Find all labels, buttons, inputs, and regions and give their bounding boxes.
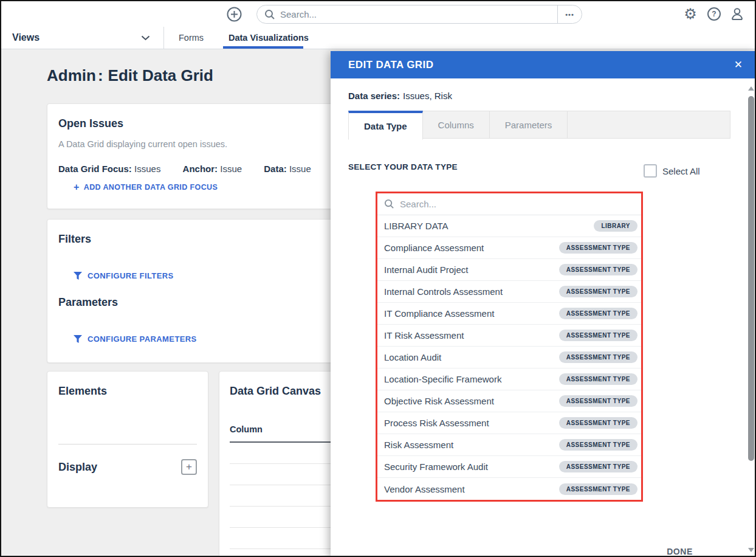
data-type-badge: ASSESSMENT TYPE: [559, 439, 637, 451]
data-type-label: LIBRARY DATA: [384, 221, 448, 231]
data-type-badge: ASSESSMENT TYPE: [559, 264, 637, 275]
data-type-badge: ASSESSMENT TYPE: [559, 286, 637, 297]
page-title-prefix: Admin: [47, 66, 96, 85]
data-label: Data:: [264, 164, 287, 174]
more-options-icon: •••: [565, 11, 574, 18]
data-type-row[interactable]: Location-Specific Framework ASSESSMENT T…: [377, 368, 641, 390]
data-type-label: Internal Controls Assessment: [384, 286, 503, 297]
data-type-badge: ASSESSMENT TYPE: [559, 351, 637, 363]
data-type-row[interactable]: Process Risk Assessment ASSESSMENT TYPE: [377, 412, 641, 434]
data-type-badge: ASSESSMENT TYPE: [559, 330, 637, 341]
data-type-label: Location-Specific Framework: [384, 374, 501, 384]
add-data-grid-focus-link[interactable]: + ADD ANOTHER DATA GRID FOCUS: [74, 182, 218, 193]
data-type-badge: ASSESSMENT TYPE: [559, 373, 637, 385]
panel-header: EDIT DATA GRID ✕: [331, 51, 756, 78]
close-icon[interactable]: ✕: [734, 58, 743, 71]
open-issues-title: Open Issues: [58, 117, 351, 130]
elements-title: Elements: [58, 385, 197, 398]
plus-icon: +: [74, 182, 80, 193]
data-type-label: Vendor Assessment: [384, 484, 465, 494]
filters-parameters-card: Filters CONFIGURE FILTERS Parameters CON…: [47, 219, 363, 363]
done-button[interactable]: DONE: [667, 547, 693, 556]
data-type-label: Risk Assessment: [384, 440, 453, 450]
search-icon: [264, 9, 275, 20]
add-display-button[interactable]: +: [181, 459, 197, 475]
page-title: Admin:Edit Data Grid: [47, 66, 213, 85]
display-row: Display +: [58, 459, 197, 475]
panel-body: Data series:Issues, Risk Data Type Colum…: [331, 78, 756, 557]
configure-parameters-label: CONFIGURE PARAMETERS: [88, 334, 197, 344]
tab-forms[interactable]: Forms: [179, 27, 204, 49]
user-menu-button[interactable]: [730, 7, 744, 21]
scroll-down-arrow-icon[interactable]: [748, 548, 754, 552]
filter-funnel-icon: [74, 335, 82, 343]
data-type-badge: ASSESSMENT TYPE: [559, 242, 637, 254]
data-type-row[interactable]: IT Risk Assessment ASSESSMENT TYPE: [377, 325, 641, 347]
focus-label: Data Grid Focus:: [58, 164, 132, 174]
active-tab-underline: [223, 46, 303, 49]
tab-columns[interactable]: Columns: [423, 111, 490, 138]
data-type-row[interactable]: Location Audit ASSESSMENT TYPE: [377, 347, 641, 368]
data-type-row[interactable]: LIBRARY DATA LIBRARY: [377, 215, 641, 237]
data-type-row[interactable]: IT Compliance Assessment ASSESSMENT TYPE: [377, 303, 641, 325]
data-type-badge: LIBRARY: [594, 220, 637, 232]
data-type-label: Compliance Assessment: [384, 243, 484, 253]
data-type-label: Location Audit: [384, 352, 441, 362]
scrollbar-thumb[interactable]: [748, 96, 754, 461]
data-type-row[interactable]: Internal Audit Project ASSESSMENT TYPE: [377, 259, 641, 281]
scroll-up-arrow-icon[interactable]: [748, 86, 754, 91]
tab-data-type-label: Data Type: [364, 121, 407, 131]
data-series: Data series:Issues, Risk: [348, 91, 452, 101]
divider: [58, 444, 197, 445]
parameters-title: Parameters: [58, 296, 351, 309]
tab-data-visualizations[interactable]: Data Visualizations: [229, 27, 309, 49]
panel-scrollbar[interactable]: [747, 85, 755, 553]
data-type-label: Security Framework Audit: [384, 462, 488, 472]
panel-tabstrip: Data Type Columns Parameters: [348, 111, 730, 139]
data-type-row[interactable]: Risk Assessment ASSESSMENT TYPE: [377, 434, 641, 456]
configure-filters-link[interactable]: CONFIGURE FILTERS: [74, 271, 351, 280]
global-search: •••: [256, 5, 582, 24]
focus-value: Issues: [134, 164, 160, 174]
help-icon: ?: [707, 7, 721, 21]
search-options-button[interactable]: •••: [557, 5, 582, 23]
views-dropdown[interactable]: Views: [1, 27, 164, 49]
open-issues-card: Open Issues A Data Grid displaying curre…: [47, 103, 363, 209]
open-issues-description: A Data Grid displaying current open issu…: [58, 139, 351, 149]
person-icon: [730, 7, 744, 21]
configure-parameters-link[interactable]: CONFIGURE PARAMETERS: [74, 334, 351, 344]
data-type-label: IT Risk Assessment: [384, 330, 464, 341]
secondary-nav: Views Forms Data Visualizations: [1, 27, 755, 49]
plus-circle-icon: [227, 7, 242, 22]
data-type-row[interactable]: Security Framework Audit ASSESSMENT TYPE: [377, 456, 641, 478]
global-search-input[interactable]: [280, 9, 557, 19]
panel-title: EDIT DATA GRID: [348, 59, 734, 71]
select-all-control[interactable]: Select All: [644, 164, 700, 178]
create-button[interactable]: [227, 7, 242, 22]
edit-data-grid-panel: EDIT DATA GRID ✕ Data series:Issues, Ris…: [331, 51, 756, 557]
tab-parameters[interactable]: Parameters: [490, 111, 568, 138]
data-value: Issue: [289, 164, 311, 174]
display-title: Display: [58, 461, 97, 474]
page-title-colon: :: [98, 66, 103, 85]
add-data-grid-focus-label: ADD ANOTHER DATA GRID FOCUS: [84, 183, 218, 192]
plus-icon: +: [186, 461, 192, 473]
data-type-badge: ASSESSMENT TYPE: [559, 417, 637, 429]
data-type-row[interactable]: Vendor Assessment ASSESSMENT TYPE: [377, 478, 641, 500]
data-type-label: Process Risk Assessment: [384, 418, 489, 428]
filters-title: Filters: [58, 233, 351, 246]
open-issues-meta: Data Grid Focus: Issues Anchor: Issue Da…: [58, 164, 351, 174]
tab-data-type[interactable]: Data Type: [348, 111, 423, 140]
data-type-row[interactable]: Internal Controls Assessment ASSESSMENT …: [377, 281, 641, 303]
data-type-badge: ASSESSMENT TYPE: [559, 395, 637, 407]
data-type-row[interactable]: Objective Risk Assessment ASSESSMENT TYP…: [377, 390, 641, 412]
select-all-checkbox[interactable]: [644, 164, 657, 178]
filter-funnel-icon: [74, 272, 82, 280]
data-type-list-highlighted: LIBRARY DATA LIBRARY Compliance Assessme…: [376, 192, 643, 502]
select-all-label: Select All: [662, 166, 700, 176]
help-button[interactable]: ?: [707, 7, 721, 21]
data-type-badge: ASSESSMENT TYPE: [559, 483, 637, 495]
data-type-row[interactable]: Compliance Assessment ASSESSMENT TYPE: [377, 237, 641, 259]
settings-button[interactable]: ⚙: [683, 7, 698, 21]
data-type-search-input[interactable]: [400, 199, 634, 209]
